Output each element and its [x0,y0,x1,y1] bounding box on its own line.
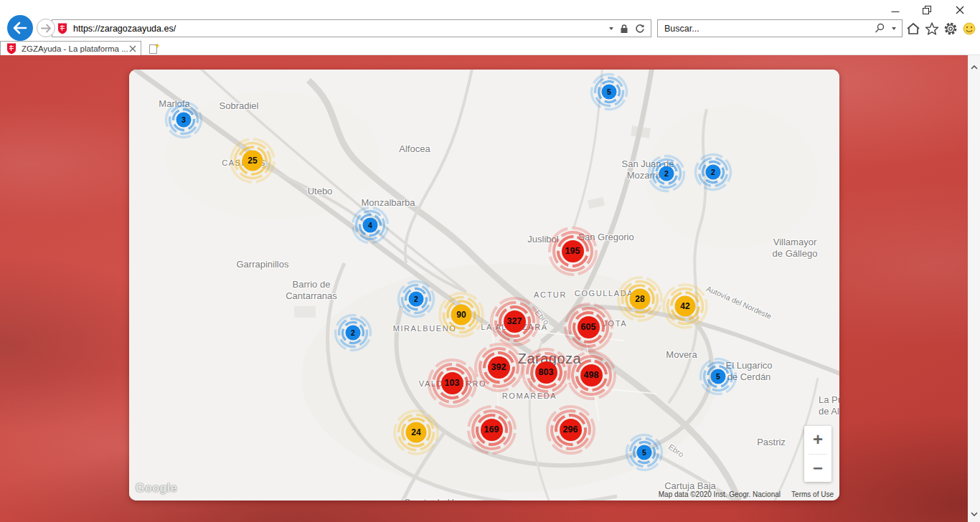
page-background: MarlofaSobradielAlfoceaUteboMonzalbarbaJ… [0,55,968,522]
minimize-button[interactable] [879,0,911,20]
terms-of-use-link[interactable]: Terms of Use [791,490,834,498]
close-button[interactable] [943,0,976,20]
map-label: Barrio de Cantarranas [286,279,337,303]
home-icon[interactable] [905,22,921,36]
map-zoom-control: + − [804,426,831,482]
cluster-marker-blue[interactable]: 5 [623,432,665,473]
cluster-marker-red[interactable]: 103 [425,356,479,410]
tab-bar: ZGZAyuda - La plataforma ... [0,41,980,55]
cluster-marker-blue[interactable]: 3 [163,99,204,141]
url-text[interactable]: https://zaragozaayuda.es/ [73,24,609,34]
feedback-smiley-icon[interactable] [961,22,977,36]
new-tab-button[interactable] [145,42,164,55]
cluster-marker-blue[interactable]: 2 [646,153,687,194]
scroll-down-arrow[interactable] [968,508,980,521]
map-canvas[interactable]: MarlofaSobradielAlfoceaUteboMonzalbarbaJ… [129,70,839,500]
cluster-marker-yellow[interactable]: 25 [227,136,278,186]
tab-favicon [6,43,17,54]
search-placeholder[interactable]: Buscar... [664,24,875,34]
title-bar[interactable] [0,0,980,20]
restore-icon [923,6,932,14]
cluster-marker-blue[interactable]: 4 [349,204,391,246]
map-attribution: Map data ©2020 Inst. Geogr. Nacional [659,490,781,498]
cluster-marker-blue[interactable]: 2 [395,278,437,320]
map-label: La Puebla de Alfindén [819,394,839,418]
cluster-marker-blue[interactable]: 2 [692,151,734,193]
cluster-marker-yellow[interactable]: 24 [391,407,441,457]
cluster-marker-red[interactable]: 392 [472,341,526,394]
search-box[interactable]: Buscar... [657,19,903,37]
map-label: Villamayor de Gállego [773,237,818,260]
restore-button[interactable] [911,0,943,20]
minimize-icon [891,6,900,14]
cluster-marker-blue[interactable]: 5 [697,356,739,397]
cluster-marker-yellow[interactable]: 90 [436,290,486,340]
vertical-scrollbar[interactable] [968,55,980,522]
forward-arrow-icon [40,24,52,33]
google-logo[interactable]: Google [136,482,177,495]
refresh-icon[interactable] [635,24,645,34]
map-label: Pastriz [757,437,786,448]
navigation-bar: https://zaragozaayuda.es/ Buscar... [0,20,980,41]
tab-zgzayuda[interactable]: ZGZAyuda - La plataforma ... [0,41,141,55]
search-dropdown-icon[interactable] [892,27,896,30]
map-label: Cuarte de Huerva [404,497,478,500]
new-tab-icon [149,43,160,54]
scroll-up-arrow[interactable] [968,61,980,74]
map-label: Sobradiel [220,100,259,112]
browser-window: https://zaragozaayuda.es/ Buscar... [0,0,980,522]
cluster-marker-blue[interactable]: 5 [588,71,630,113]
search-icon[interactable] [875,23,885,34]
forward-button[interactable] [37,19,55,37]
cluster-marker-red[interactable]: 498 [565,348,618,402]
zoom-out-button[interactable]: − [804,455,831,483]
tab-title: ZGZAyuda - La plataforma ... [22,44,129,53]
address-bar[interactable]: https://zaragozaayuda.es/ [52,19,651,37]
cluster-marker-red[interactable]: 296 [544,403,598,457]
map-label: Utebo [308,186,333,197]
cluster-marker-red[interactable]: 169 [465,403,519,457]
close-icon [956,6,964,14]
url-dropdown-icon[interactable] [609,27,613,30]
settings-gear-icon[interactable] [943,22,958,36]
favorites-star-icon[interactable] [924,22,940,36]
cluster-marker-blue[interactable]: 2 [332,312,374,353]
map-label: Movera [666,349,697,361]
map-label: Garrapinillos [237,259,289,270]
lock-icon [620,24,628,34]
back-button[interactable] [7,15,33,41]
zoom-in-button[interactable]: + [804,426,831,454]
cluster-marker-red[interactable]: 195 [546,224,600,278]
cluster-marker-yellow[interactable]: 28 [615,274,665,324]
site-favicon [57,23,67,34]
cluster-marker-yellow[interactable]: 42 [660,281,710,331]
tab-close-icon[interactable] [129,45,136,52]
back-arrow-icon [12,22,28,34]
map-label: Alfocea [399,143,430,155]
